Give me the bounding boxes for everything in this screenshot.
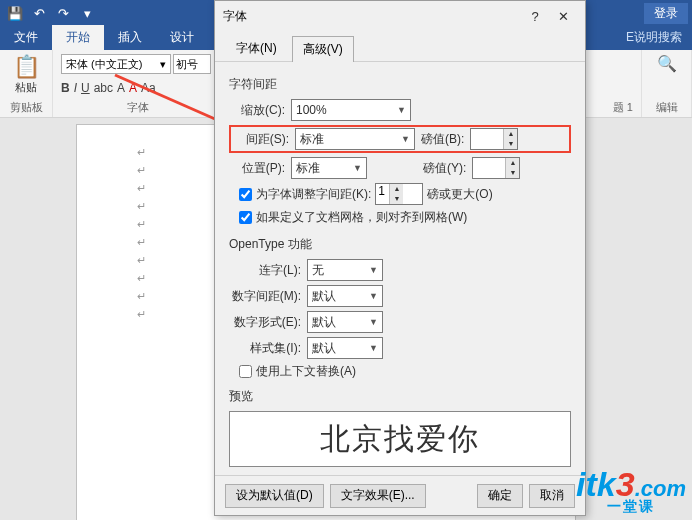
strikethrough-button[interactable]: abc [94,81,113,95]
text-effects-button[interactable]: Aa [141,81,156,95]
num-form-combo[interactable]: 默认▼ [307,311,383,333]
dialog-title: 字体 [223,8,521,25]
dialog-tabs: 字体(N) 高级(V) [215,31,585,62]
bold-button[interactable]: B [61,81,70,95]
snap-grid-label: 如果定义了文档网格，则对齐到网格(W) [256,209,467,226]
opentype-section: OpenType 功能 [229,236,571,253]
font-group-label: 字体 [61,100,214,115]
kerning-label: 为字体调整字间距(K): [256,186,371,203]
font-dialog: 字体 ? ✕ 字体(N) 高级(V) 字符间距 缩放(C): 100%▼ 间距(… [214,0,586,516]
scale-combo[interactable]: 100%▼ [291,99,411,121]
tab-font-basic[interactable]: 字体(N) [225,35,288,61]
paste-button[interactable]: 📋 粘贴 [8,54,44,95]
tab-font-advanced[interactable]: 高级(V) [292,36,354,62]
spacing-combo[interactable]: 标准▼ [295,128,415,150]
char-spacing-section: 字符间距 [229,76,571,93]
ok-button[interactable]: 确定 [477,484,523,508]
ligatures-value: 无 [312,262,324,279]
num-spacing-value: 默认 [312,288,336,305]
num-spacing-label: 数字间距(M): [229,288,301,305]
text-effects-button[interactable]: 文字效果(E)... [330,484,426,508]
position-combo[interactable]: 标准▼ [291,157,367,179]
kerning-suffix: 磅或更大(O) [427,186,492,203]
chevron-down-icon: ▼ [401,134,410,144]
chevron-down-icon: ▼ [353,163,362,173]
position-by-input[interactable] [473,158,505,178]
watermark-logo: itk3.com 一堂课 [576,465,686,516]
num-form-value: 默认 [312,314,336,331]
contextual-alt-label: 使用上下文替换(A) [256,363,356,380]
spin-up-icon[interactable]: ▲ [503,129,517,139]
kerning-input[interactable] [376,184,389,197]
chevron-down-icon: ▼ [369,317,378,327]
clipboard-group-label: 剪贴板 [8,100,44,115]
paste-icon: 📋 [8,54,44,80]
dialog-titlebar: 字体 ? ✕ [215,1,585,31]
undo-icon[interactable]: ↶ [28,2,50,24]
editing-group-label: 编辑 [650,100,683,115]
preview-box: 北京找爱你 [229,411,571,467]
font-color-button[interactable]: A [129,81,137,95]
kerning-spinner[interactable]: ▲▼ [375,183,423,205]
tab-insert[interactable]: 插入 [104,25,156,50]
font-name-value: 宋体 (中文正文) [66,57,142,72]
spacing-row-highlighted: 间距(S): 标准▼ 磅值(B): ▲▼ [229,125,571,153]
login-button[interactable]: 登录 [644,3,688,24]
chevron-down-icon: ▼ [397,105,406,115]
scale-value: 100% [296,103,327,117]
tab-home[interactable]: 开始 [52,25,104,50]
spin-up-icon[interactable]: ▲ [505,158,519,168]
position-by-spinner[interactable]: ▲▼ [472,157,520,179]
scale-label: 缩放(C): [229,102,285,119]
style-set-value: 默认 [312,340,336,357]
position-by-label: 磅值(Y): [423,160,466,177]
spin-up-icon[interactable]: ▲ [389,184,403,194]
ligatures-label: 连字(L): [229,262,301,279]
set-default-button[interactable]: 设为默认值(D) [225,484,324,508]
style-set-label: 样式集(I): [229,340,301,357]
spacing-by-label: 磅值(B): [421,131,464,148]
paste-label: 粘贴 [8,80,44,95]
font-group: 宋体 (中文正文)▾ 初号 B I U abc A A Aa 字体 [53,50,223,117]
font-size-combo[interactable]: 初号 [173,54,211,74]
spacing-value: 标准 [300,131,324,148]
help-button[interactable]: ? [521,9,549,24]
tab-design[interactable]: 设计 [156,25,208,50]
spacing-by-input[interactable] [471,129,503,149]
italic-button[interactable]: I [74,81,77,95]
spin-down-icon[interactable]: ▼ [503,139,517,149]
spin-down-icon[interactable]: ▼ [389,194,403,204]
chevron-down-icon: ▼ [369,265,378,275]
redo-icon[interactable]: ↷ [52,2,74,24]
font-name-combo[interactable]: 宋体 (中文正文)▾ [61,54,171,74]
preview-section: 预览 [229,388,571,405]
tell-me-search[interactable]: E说明搜索 [616,25,692,50]
save-icon[interactable]: 💾 [4,2,26,24]
position-value: 标准 [296,160,320,177]
quick-access-toolbar: 💾 ↶ ↷ ▾ [4,2,98,24]
spacing-by-spinner[interactable]: ▲▼ [470,128,518,150]
spin-down-icon[interactable]: ▼ [505,168,519,178]
cancel-button[interactable]: 取消 [529,484,575,508]
font-size-value: 初号 [176,57,198,72]
kerning-checkbox[interactable] [239,188,252,201]
tab-file[interactable]: 文件 [0,25,52,50]
find-icon[interactable]: 🔍 [650,54,683,73]
num-form-label: 数字形式(E): [229,314,301,331]
num-spacing-combo[interactable]: 默认▼ [307,285,383,307]
snap-grid-checkbox[interactable] [239,211,252,224]
close-button[interactable]: ✕ [549,9,577,24]
dialog-body: 字符间距 缩放(C): 100%▼ 间距(S): 标准▼ 磅值(B): ▲▼ 位… [215,62,585,475]
dialog-footer: 设为默认值(D) 文字效果(E)... 确定 取消 [215,475,585,515]
underline-button[interactable]: U [81,81,90,95]
highlight-button[interactable]: A [117,81,125,95]
style-set-combo[interactable]: 默认▼ [307,337,383,359]
spacing-label: 间距(S): [233,131,289,148]
ligatures-combo[interactable]: 无▼ [307,259,383,281]
chevron-down-icon: ▼ [369,291,378,301]
editing-group: 🔍 编辑 [642,50,692,117]
chevron-down-icon: ▼ [369,343,378,353]
position-label: 位置(P): [229,160,285,177]
qat-dropdown-icon[interactable]: ▾ [76,2,98,24]
contextual-alt-checkbox[interactable] [239,365,252,378]
